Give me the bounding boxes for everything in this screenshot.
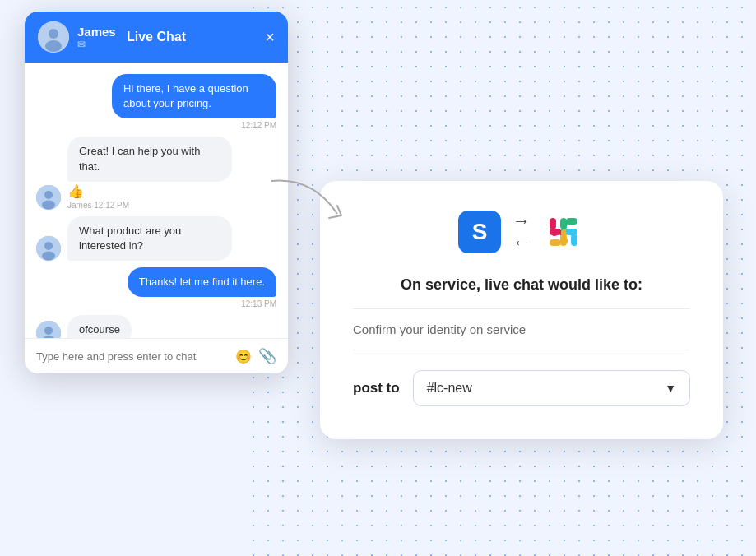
chevron-down-icon: ▼ [665, 382, 676, 395]
message-row: Great! I can help you with that. 👍 James… [36, 137, 276, 209]
svg-rect-21 [550, 218, 556, 229]
message-bubble: Thanks! let me find it here. [128, 267, 276, 297]
auth-icons-row: S → ← [353, 211, 690, 253]
arrow-right-icon: → [513, 211, 531, 231]
message-row: Hi there, I have a question about your p… [36, 74, 276, 130]
service-letter: S [472, 219, 488, 245]
message-content: ofcourse [67, 315, 132, 338]
auth-permission: Confirm your identity on service [353, 322, 690, 336]
chat-input[interactable] [36, 350, 229, 363]
auth-card: S → ← [320, 181, 723, 439]
avatar [36, 321, 61, 339]
message-bubble: Hi there, I have a question about your p… [112, 74, 276, 118]
avatar [36, 185, 61, 210]
svg-rect-24 [566, 229, 577, 235]
email-icon: ✉ [77, 39, 116, 50]
channel-select[interactable]: #lc-new ▼ [413, 370, 690, 406]
close-button[interactable]: × [265, 29, 275, 45]
chat-input-bar: 😊 📎 [25, 338, 288, 373]
message-row: Thanks! let me find it here. 12:13 PM [36, 267, 276, 308]
svg-point-4 [44, 191, 53, 199]
auth-divider2 [353, 350, 690, 350]
sender-label: James 12:12 PM [67, 201, 232, 210]
chat-user-name: James [77, 25, 116, 39]
svg-rect-20 [550, 229, 561, 235]
svg-rect-27 [550, 239, 561, 246]
emoji-reaction: 👍 [67, 183, 232, 199]
exchange-arrows: → ← [513, 211, 531, 253]
slack-icon [542, 211, 585, 253]
message-row: What product are you interested in? [36, 216, 276, 261]
chat-header-left: James ✉ [38, 21, 116, 53]
svg-point-1 [49, 29, 58, 39]
svg-point-5 [42, 200, 55, 209]
arrow-left-icon: ← [513, 233, 531, 253]
svg-rect-26 [560, 234, 567, 246]
channel-value: #lc-new [427, 381, 472, 396]
message-time: 12:12 PM [241, 121, 276, 130]
chat-title: Live Chat [127, 30, 186, 44]
service-icon: S [458, 211, 501, 253]
chat-widget: James ✉ Live Chat × Hi there, I have a q… [25, 12, 288, 373]
svg-point-8 [42, 252, 55, 261]
chat-input-icons: 😊 📎 [235, 347, 276, 365]
message-content: Great! I can help you with that. 👍 James… [67, 137, 232, 209]
post-to-label: post to [353, 380, 400, 396]
svg-rect-22 [560, 218, 567, 229]
message-bubble: ofcourse [67, 315, 132, 338]
auth-divider [353, 308, 690, 309]
chat-messages: Hi there, I have a question about your p… [25, 63, 288, 338]
arrow-decoration [263, 173, 354, 234]
svg-point-7 [44, 242, 53, 250]
message-row: ofcourse [36, 315, 276, 338]
svg-point-2 [45, 40, 62, 52]
auth-post-row: post to #lc-new ▼ [353, 370, 690, 406]
chat-header: James ✉ Live Chat × [25, 12, 288, 63]
attachment-icon[interactable]: 📎 [258, 347, 276, 365]
avatar [36, 236, 61, 261]
auth-title: On service, live chat would like to: [353, 276, 690, 294]
svg-point-10 [44, 327, 53, 335]
svg-rect-23 [566, 218, 577, 225]
message-bubble: What product are you interested in? [67, 216, 232, 261]
message-bubble: Great! I can help you with that. [67, 137, 232, 181]
message-time: 12:13 PM [241, 299, 276, 308]
chat-header-info: James ✉ [77, 25, 116, 50]
svg-rect-25 [571, 234, 577, 246]
message-content: What product are you interested in? [67, 216, 232, 261]
avatar [38, 21, 69, 53]
emoji-picker-icon[interactable]: 😊 [235, 349, 252, 364]
